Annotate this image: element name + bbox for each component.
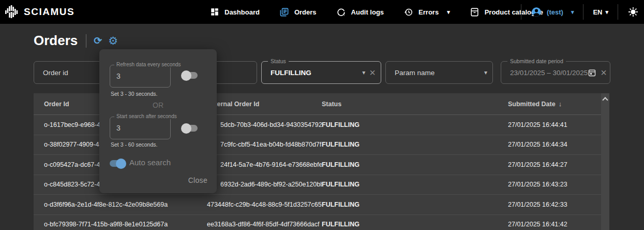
- cell-status: FULFILLING: [322, 141, 508, 148]
- refresh-seconds-input[interactable]: Refresh data every seconds 3: [110, 65, 171, 88]
- cell-submitted-date: 27/01/2025 16:44:34: [508, 141, 609, 148]
- main-nav: Dashboard Orders Audit logs: [210, 7, 543, 17]
- table-row[interactable]: o-d3f6f96a-2e1d-4f8e-812c-42e09b8e569a 4…: [34, 195, 609, 215]
- cell-status: FULFILLING: [322, 161, 508, 168]
- delay-seconds-label: Start search after seconds: [114, 113, 179, 119]
- sun-icon: [627, 6, 639, 18]
- submitted-date-filter[interactable]: Submitted date period 23/01/2025 – 30/01…: [501, 61, 610, 84]
- brand-name: SCIAMUS: [24, 6, 74, 18]
- page-header: Orders ⟳ ⚙: [34, 33, 118, 49]
- status-filter-select[interactable]: Status FULFILLING ▾ ×: [261, 61, 381, 84]
- column-header-external-order-id[interactable]: External Order Id: [207, 100, 322, 108]
- calendar-icon[interactable]: [588, 68, 596, 77]
- orders-icon: [279, 7, 289, 17]
- close-popup-button[interactable]: Close: [188, 176, 207, 184]
- delay-toggle[interactable]: [182, 125, 198, 132]
- param-chevron-down-icon[interactable]: ▾: [484, 69, 487, 76]
- cell-order-id: o-bfc79398-7f71-415b-a9f8-8e1e0125d67a: [44, 221, 207, 228]
- cell-submitted-date: 27/01/2025 16:41:42: [508, 221, 609, 228]
- status-filter-label: Status: [268, 58, 289, 64]
- status-chevron-down-icon[interactable]: ▾: [362, 69, 365, 76]
- date-filter-label: Submitted date period: [507, 58, 566, 64]
- cell-external-order-id: 24f14-5a7e-4b76-9164-e73668ebfef5: [207, 161, 322, 168]
- settings-popup: Refresh data every seconds 3 Set 3 - 30 …: [99, 49, 217, 193]
- delay-seconds-value: 3: [116, 124, 121, 132]
- table-row[interactable]: o-bfc79398-7f71-415b-a9f8-8e1e0125d67a e…: [34, 215, 609, 230]
- cell-external-order-id: 473448fc-c29b-4c48-88c9-5f1d3257c653: [207, 201, 322, 208]
- order-id-placeholder: Order id: [43, 69, 68, 77]
- refresh-helper-text: Set 3 - 30 seconds.: [111, 91, 157, 97]
- cell-external-order-id: 5dcb-70b3-406d-bd34-9430354792c3: [207, 121, 322, 128]
- top-navigation: SCIAMUS Dashboard Orders: [0, 0, 644, 24]
- delay-seconds-input[interactable]: Start search after seconds 3: [110, 117, 171, 139]
- auto-search-label: Auto search: [129, 158, 171, 167]
- cell-submitted-date: 27/01/2025 16:43:23: [508, 181, 609, 188]
- dashboard-icon: [210, 7, 219, 17]
- settings-gear-button[interactable]: ⚙: [108, 35, 118, 47]
- errors-chevron-down-icon: ▾: [447, 9, 450, 16]
- cell-external-order-id: 6932d-2ad6-489c-bf92-a250e120bbd6: [207, 181, 322, 188]
- nav-divider: [521, 4, 521, 20]
- date-filter-value: 23/01/2025 – 30/01/2025: [510, 69, 588, 77]
- cell-status: FULFILLING: [322, 201, 508, 208]
- date-clear-icon[interactable]: ×: [601, 67, 607, 78]
- status-filter-value: FULFILLING: [271, 69, 311, 77]
- nav-item-orders[interactable]: Orders: [279, 7, 317, 17]
- nav-item-dashboard[interactable]: Dashboard: [210, 7, 260, 17]
- auto-search-toggle-thumb: [116, 159, 126, 169]
- table-scrollbar[interactable]: [601, 93, 609, 230]
- nav-divider: [618, 4, 618, 20]
- cell-external-order-id: 7c9fc-cbf5-41ea-b04b-fd48b870d7f8: [207, 141, 322, 148]
- user-chevron-down-icon: ▾: [571, 9, 574, 16]
- nav-divider: [583, 4, 583, 20]
- user-label: (test): [547, 8, 563, 16]
- status-clear-icon[interactable]: ×: [369, 67, 376, 78]
- product-catalogue-icon: [470, 7, 480, 17]
- refresh-toggle[interactable]: [182, 72, 198, 79]
- audit-logs-icon: [336, 7, 346, 17]
- refresh-toggle-thumb: [181, 70, 191, 81]
- cell-submitted-date: 27/01/2025 16:42:33: [508, 201, 609, 208]
- user-menu[interactable]: (test) ▾: [531, 6, 574, 18]
- brand-logo-icon: [4, 4, 20, 20]
- cell-status: FULFILLING: [322, 121, 508, 128]
- nav-right-cluster: (test) ▾ EN ▾: [512, 4, 639, 20]
- delay-toggle-thumb: [181, 123, 191, 134]
- cell-status: FULFILLING: [322, 221, 508, 228]
- sort-desc-icon: ↓: [559, 100, 562, 108]
- theme-toggle-button[interactable]: [627, 6, 639, 18]
- language-label: EN: [593, 8, 602, 16]
- scroll-up-icon[interactable]: [603, 97, 607, 102]
- cell-submitted-date: 27/01/2025 16:44:27: [508, 161, 609, 168]
- refresh-button[interactable]: ⟳: [94, 35, 102, 47]
- page-title: Orders: [34, 33, 78, 49]
- account-icon: [531, 6, 542, 18]
- language-selector[interactable]: EN ▾: [593, 8, 608, 16]
- column-header-submitted-date[interactable]: Submitted Date↓: [508, 100, 609, 108]
- cell-submitted-date: 27/01/2025 16:44:41: [508, 121, 609, 128]
- brand-logo: SCIAMUS: [4, 4, 74, 20]
- language-chevron-down-icon: ▾: [605, 9, 608, 16]
- delay-helper-text: Set 3 - 60 seconds.: [111, 141, 157, 148]
- refresh-seconds-value: 3: [116, 72, 121, 80]
- or-label: OR: [99, 101, 217, 109]
- errors-history-icon: [403, 7, 413, 17]
- param-name-filter-select[interactable]: Param name ▾: [385, 61, 493, 84]
- cell-external-order-id: ee3168a3-df86-4f6f-85df-4df73666dacf: [207, 221, 322, 228]
- cell-order-id: o-d3f6f96a-2e1d-4f8e-812c-42e09b8e569a: [44, 201, 207, 208]
- title-divider: [86, 34, 86, 48]
- param-name-placeholder: Param name: [395, 69, 435, 77]
- cell-status: FULFILLING: [322, 181, 508, 188]
- column-header-status[interactable]: Status: [322, 100, 508, 108]
- auto-search-toggle[interactable]: [110, 160, 125, 167]
- nav-item-audit-logs[interactable]: Audit logs: [336, 7, 384, 17]
- nav-item-errors[interactable]: Errors ▾: [403, 7, 450, 17]
- refresh-seconds-label: Refresh data every seconds: [114, 62, 183, 67]
